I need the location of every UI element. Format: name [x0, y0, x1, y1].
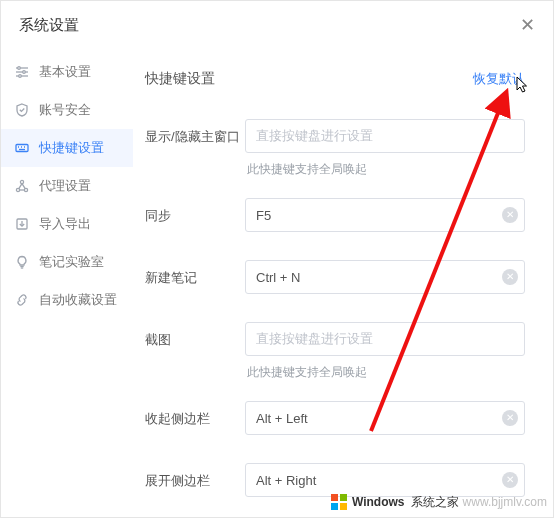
- watermark: Windows 系统之家 www.bjjmlv.com: [330, 493, 547, 511]
- sidebar-item-label: 快捷键设置: [39, 139, 104, 157]
- field-label: 新建笔记: [145, 260, 245, 287]
- svg-point-5: [19, 75, 22, 78]
- svg-line-14: [19, 184, 22, 189]
- svg-rect-21: [331, 494, 338, 501]
- sidebar-item-lab[interactable]: 笔记实验室: [1, 243, 133, 281]
- field-label: 展开侧边栏: [145, 463, 245, 490]
- windows-logo-icon: [330, 493, 348, 511]
- svg-point-3: [18, 67, 21, 70]
- field-label: 截图: [145, 322, 245, 349]
- svg-rect-6: [16, 145, 28, 152]
- bulb-icon: [15, 255, 29, 269]
- svg-line-15: [22, 184, 25, 189]
- sidebar-item-label: 账号安全: [39, 101, 91, 119]
- clear-icon[interactable]: ✕: [502, 207, 518, 223]
- shortcut-input-new-note[interactable]: Ctrl + N ✕: [245, 260, 525, 294]
- shortcut-value: Alt + Right: [256, 473, 316, 488]
- svg-rect-22: [340, 494, 347, 501]
- shortcut-value: Ctrl + N: [256, 270, 300, 285]
- network-icon: [15, 179, 29, 193]
- svg-point-4: [23, 71, 26, 74]
- field-label: 显示/隐藏主窗口: [145, 119, 245, 146]
- shortcut-input-sync[interactable]: F5 ✕: [245, 198, 525, 232]
- placeholder-text: 直接按键盘进行设置: [256, 127, 373, 145]
- sidebar-item-basic[interactable]: 基本设置: [1, 53, 133, 91]
- import-export-icon: [15, 217, 29, 231]
- shield-icon: [15, 103, 29, 117]
- settings-window: 系统设置 ✕ 基本设置 账号安全 快捷键设置: [0, 0, 554, 518]
- watermark-sub: 系统之家: [411, 494, 459, 511]
- main-panel: 快捷键设置 恢复默认 显示/隐藏主窗口 直接按键盘进行设置 此快捷键支持全局唤起…: [133, 49, 553, 518]
- sidebar-item-autosave[interactable]: 自动收藏设置: [1, 281, 133, 319]
- shortcut-input-screenshot[interactable]: 直接按键盘进行设置: [245, 322, 525, 356]
- field-label: 同步: [145, 198, 245, 225]
- sidebar-item-shortcuts[interactable]: 快捷键设置: [1, 129, 133, 167]
- svg-rect-23: [331, 503, 338, 510]
- svg-rect-24: [340, 503, 347, 510]
- svg-point-11: [20, 180, 23, 183]
- window-title: 系统设置: [19, 16, 79, 35]
- shortcut-value: Alt + Left: [256, 411, 308, 426]
- global-hint: 此快捷键支持全局唤起: [245, 161, 525, 178]
- svg-point-13: [24, 188, 27, 191]
- shortcut-input-expand-sidebar[interactable]: Alt + Right ✕: [245, 463, 525, 497]
- sidebar-item-proxy[interactable]: 代理设置: [1, 167, 133, 205]
- close-icon[interactable]: ✕: [520, 14, 535, 36]
- sidebar-item-security[interactable]: 账号安全: [1, 91, 133, 129]
- title-bar: 系统设置 ✕: [1, 1, 553, 49]
- watermark-url: www.bjjmlv.com: [463, 495, 547, 509]
- watermark-brand: Windows: [352, 495, 405, 509]
- clear-icon[interactable]: ✕: [502, 269, 518, 285]
- placeholder-text: 直接按键盘进行设置: [256, 330, 373, 348]
- svg-point-12: [16, 188, 19, 191]
- clear-icon[interactable]: ✕: [502, 472, 518, 488]
- restore-default-link[interactable]: 恢复默认: [473, 70, 525, 88]
- sidebar-item-label: 基本设置: [39, 63, 91, 81]
- shortcut-input-collapse-sidebar[interactable]: Alt + Left ✕: [245, 401, 525, 435]
- sidebar-item-label: 自动收藏设置: [39, 291, 117, 309]
- sidebar-item-label: 导入导出: [39, 215, 91, 233]
- shortcut-input-show-hide[interactable]: 直接按键盘进行设置: [245, 119, 525, 153]
- sidebar: 基本设置 账号安全 快捷键设置 代理设置: [1, 49, 133, 518]
- sidebar-item-import-export[interactable]: 导入导出: [1, 205, 133, 243]
- sidebar-item-label: 笔记实验室: [39, 253, 104, 271]
- link-icon: [15, 293, 29, 307]
- field-label: 收起侧边栏: [145, 401, 245, 428]
- shortcut-value: F5: [256, 208, 271, 223]
- clear-icon[interactable]: ✕: [502, 410, 518, 426]
- sliders-icon: [15, 65, 29, 79]
- keyboard-icon: [15, 141, 29, 155]
- sidebar-item-label: 代理设置: [39, 177, 91, 195]
- global-hint: 此快捷键支持全局唤起: [245, 364, 525, 381]
- section-title: 快捷键设置: [145, 70, 215, 88]
